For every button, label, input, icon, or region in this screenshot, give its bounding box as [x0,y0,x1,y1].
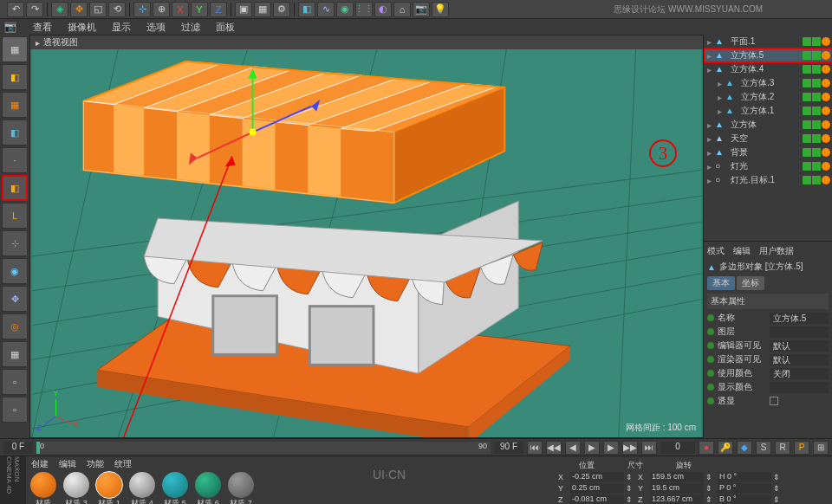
object-row[interactable]: ▸○灯光 [704,159,832,173]
prev-key-icon[interactable]: ◀◀ [546,441,562,455]
x-axis-icon[interactable]: X [172,2,189,17]
workplane-icon[interactable]: ◧ [2,120,28,145]
point-mode-icon[interactable]: · [2,147,28,173]
mat-tab-func[interactable]: 功能 [87,458,104,470]
material-item[interactable]: 材质.4 [127,472,158,504]
vis-editor-icon[interactable] [803,107,811,115]
vis-render-icon[interactable] [812,79,821,87]
menu-view[interactable]: 查看 [33,21,52,34]
enable-axis-icon[interactable]: ✥ [2,286,28,312]
vis-render-icon[interactable] [812,120,821,129]
deformer-icon[interactable]: ◐ [374,2,392,17]
coord-size[interactable]: 159.5 cm [650,472,704,482]
misc1-icon[interactable]: ▫ [2,369,28,395]
vp-icon1[interactable]: 📷 [3,21,17,33]
play-icon[interactable]: ▶ [584,441,600,455]
next-key-icon[interactable]: ▶▶ [622,441,638,455]
vis-render-icon[interactable] [812,134,821,143]
vis-editor-icon[interactable] [803,120,811,129]
axis-mode-icon[interactable]: ⊹ [2,230,28,256]
light-icon[interactable]: 💡 [432,2,449,17]
tag-icon[interactable] [822,120,830,129]
model-mode-icon[interactable]: ◧ [2,64,28,90]
object-row[interactable]: ▸○灯光.目标.1 [704,173,832,187]
workplane2-icon[interactable]: ▦ [2,341,28,367]
record-icon[interactable]: ● [699,441,714,455]
vis-render-icon[interactable] [812,37,821,46]
attr-mode[interactable]: 模式 [707,245,725,257]
vis-editor-icon[interactable] [803,37,811,46]
current-frame[interactable]: 0 [660,442,695,454]
axis-icon[interactable]: ⊹ [133,2,151,17]
object-row[interactable]: ▸▲立方体.3 [704,76,832,90]
vis-editor-icon[interactable] [803,162,811,171]
goto-end-icon[interactable]: ⏭ [641,441,657,455]
object-row[interactable]: ▸▲背景 [704,145,832,159]
coord-size[interactable]: 19.5 cm [650,483,704,494]
autokey-icon[interactable]: 🔑 [718,441,733,455]
object-row[interactable]: ▸▲立方体.5 [704,48,832,62]
texture-mode-icon[interactable]: ▦ [2,92,28,118]
attr-value[interactable]: 立方体.5 [770,313,829,324]
tag-icon[interactable] [822,65,830,74]
vis-editor-icon[interactable] [803,148,811,157]
rotate-icon[interactable]: ⟲ [108,2,126,17]
attr-value[interactable]: 关闭 [770,368,829,379]
scale-icon[interactable]: ◱ [89,2,107,17]
vis-render-icon[interactable] [812,148,821,157]
timeline-track[interactable]: 0 90 [36,442,491,454]
tag-icon[interactable] [822,134,830,143]
vis-render-icon[interactable] [812,65,821,74]
misc2-icon[interactable]: ▫ [2,397,28,423]
menu-panel[interactable]: 面板 [216,21,235,34]
menu-display[interactable]: 显示 [112,21,131,34]
attr-userdata[interactable]: 用户数据 [759,245,794,257]
attr-checkbox[interactable] [770,397,778,405]
key-pla-icon[interactable]: ⊞ [813,441,829,455]
poly-mode-icon[interactable]: L [2,203,28,229]
make-editable-icon[interactable]: ▦ [2,36,28,62]
tag-icon[interactable] [822,148,830,157]
coord-rot[interactable]: B 0 ° [718,494,771,505]
tag-icon[interactable] [822,79,830,87]
vis-render-icon[interactable] [812,51,821,60]
move-icon[interactable]: ✥ [70,2,88,17]
snap-icon[interactable]: ◎ [2,313,28,339]
object-row[interactable]: ▸▲平面.1 [704,35,832,48]
vis-render-icon[interactable] [812,93,821,101]
material-item[interactable]: 材质.6 [192,472,224,504]
coord-pos[interactable]: 0.25 cm [570,483,624,494]
menu-filter[interactable]: 过滤 [181,21,200,34]
attr-value[interactable] [770,382,829,393]
prev-frame-icon[interactable]: ◀ [565,441,581,455]
viewport[interactable]: ▸ 透视视图 [29,35,704,438]
mat-tab-edit[interactable]: 编辑 [59,458,76,470]
edge-mode-icon[interactable]: ◧ [2,175,28,201]
mat-tab-tex[interactable]: 纹理 [114,458,132,470]
object-row[interactable]: ▸▲立方体.1 [704,104,832,118]
nurbs-icon[interactable]: ◉ [336,2,354,17]
live-select-icon[interactable]: ◈ [51,2,68,17]
vis-render-icon[interactable] [812,176,821,184]
tag-icon[interactable] [822,37,830,46]
render-settings-icon[interactable]: ⚙ [273,2,290,17]
tag-icon[interactable] [822,107,830,115]
coord-pos[interactable]: -0.081 cm [570,494,624,505]
attr-value[interactable] [770,326,829,338]
render-icon[interactable]: ▣ [235,2,252,17]
material-item[interactable]: 材质.3 [61,472,92,504]
cube-prim-icon[interactable]: ◧ [298,2,315,17]
tweak-icon[interactable]: ◉ [2,258,28,284]
object-row[interactable]: ▸▲立方体.2 [704,90,832,104]
tag-icon[interactable] [822,51,830,60]
y-axis-icon[interactable]: Y [191,2,208,17]
coord-pos[interactable]: -0.25 cm [570,472,624,482]
object-row[interactable]: ▸▲天空 [704,132,832,145]
coord-sys-icon[interactable]: ⊕ [153,2,170,17]
mat-tab-create[interactable]: 创建 [31,458,49,470]
coord-rot[interactable]: P 0 ° [718,483,771,494]
material-item[interactable]: 材质 [28,472,59,504]
vis-editor-icon[interactable] [803,134,811,143]
spline-icon[interactable]: ∿ [317,2,335,17]
camera-icon[interactable]: 📷 [413,2,430,17]
